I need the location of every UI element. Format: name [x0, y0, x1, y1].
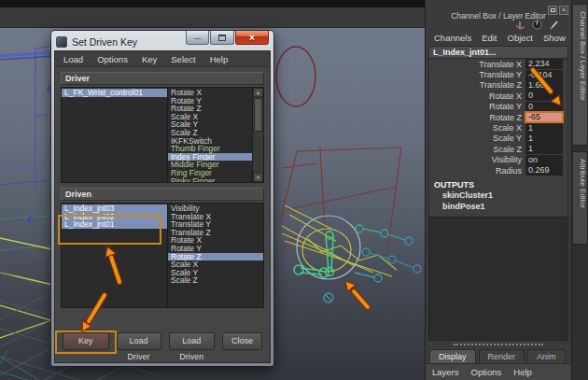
list-item[interactable]: Scale Y [168, 120, 252, 129]
scrollbar[interactable]: ▲ ▼ [252, 88, 263, 182]
menu-load[interactable]: Load [63, 54, 83, 64]
driven-section-header: Driven [61, 188, 264, 201]
channel-value[interactable]: 1 [525, 144, 563, 154]
channel-row: Rotate Y0 [429, 102, 567, 112]
list-item[interactable]: Rotate Y [168, 97, 252, 106]
channel-value[interactable]: 0.269 [525, 165, 563, 176]
menu-options[interactable]: Options [97, 54, 128, 64]
layer-editor-area[interactable] [428, 217, 568, 341]
channel-value-rotate-z[interactable]: -65 [525, 112, 563, 122]
list-item[interactable]: Translate Y [168, 220, 263, 229]
panel-grip-dots [454, 344, 543, 345]
list-item[interactable]: Scale Z [168, 129, 252, 137]
dialog-content: Load Options Key Select Help Driver L_FK… [54, 50, 271, 363]
load-driven-button[interactable]: Load Driven [169, 332, 216, 350]
maya-toolbar-strip[interactable] [0, 7, 425, 28]
dock-panel-icon[interactable] [548, 6, 557, 15]
tab-attribute-editor[interactable]: Attribute Editor [573, 151, 588, 245]
channel-value[interactable]: -0.104 [525, 70, 563, 80]
list-item[interactable]: Scale X [168, 113, 252, 121]
outputs-header: OUTPUTS [434, 180, 567, 190]
dialog-buttons: Key Load Driver Load Driven Close [61, 332, 264, 350]
driver-section-header: Driver [61, 72, 264, 85]
channel-row: Radius0.269 [429, 165, 567, 176]
close-panel-icon[interactable]: × [559, 6, 568, 15]
list-item[interactable]: Scale X [168, 260, 263, 269]
list-item[interactable]: Middle Finger [168, 161, 252, 169]
channel-value[interactable]: 0 [525, 102, 563, 112]
driver-object-list[interactable]: L_FK_Wrist_control01 [62, 88, 168, 182]
driver-lists: L_FK_Wrist_control01 Rotate X Rotate Y R… [61, 87, 264, 183]
speed-control-icon[interactable] [532, 20, 542, 30]
channel-value[interactable]: 1 [525, 123, 563, 134]
channel-value[interactable]: 0 [525, 91, 563, 101]
channel-box-menubar: Channels Edit Object Show [426, 31, 571, 45]
list-item[interactable]: Visibility [168, 204, 263, 213]
channel-row: Visibilityon [429, 155, 567, 165]
menu-object[interactable]: Object [508, 33, 533, 43]
menu-edit[interactable]: Edit [482, 33, 497, 43]
channel-row-highlighted: Rotate Z-65 [429, 112, 567, 122]
list-item[interactable]: Thumb Finger [168, 145, 252, 153]
close-button[interactable]: × [235, 31, 269, 45]
curve-label-c3: C [27, 215, 34, 224]
selected-object-name[interactable]: L_Index_jnt01... [429, 47, 567, 59]
list-item[interactable]: Rotate X [168, 236, 263, 245]
list-item[interactable]: Pinky Finger [168, 177, 252, 182]
menu-select[interactable]: Select [171, 54, 195, 64]
tab-display[interactable]: Display [429, 349, 476, 363]
list-item-selected[interactable]: L_Index_jnt01 [62, 220, 167, 229]
minimize-button[interactable]: — [186, 31, 209, 45]
tab-render[interactable]: Render [479, 349, 525, 363]
scroll-up-icon[interactable]: ▲ [253, 88, 263, 97]
load-driver-button[interactable]: Load Driver [117, 332, 161, 350]
list-item-selected[interactable]: L_Index_jnt03 [62, 204, 167, 213]
menu-help[interactable]: Help [513, 367, 532, 377]
channel-box-panel: Channel Box / Layer Editor × Channels [425, 0, 571, 380]
list-item[interactable]: Scale Z [168, 276, 263, 285]
list-item[interactable]: Translate X [168, 213, 263, 221]
output-node[interactable]: skinCluster1 [434, 190, 567, 201]
panel-title: Channel Box / Layer Editor [451, 11, 546, 21]
layer-editor-menubar: Layers Options Help [426, 363, 571, 380]
channel-value[interactable]: 1 [525, 134, 563, 144]
list-item[interactable]: IKFKSwitch [168, 137, 252, 146]
output-node[interactable]: bindPose1 [434, 201, 567, 212]
list-item[interactable]: Rotate Z [168, 105, 252, 113]
menu-key[interactable]: Key [142, 54, 157, 64]
channel-value[interactable]: 2.234 [525, 59, 563, 69]
panel-tab-strip: Channel Box / Layer Editor Attribute Edi… [571, 0, 588, 380]
dialog-title: Set Driven Key [67, 36, 137, 48]
menu-channels[interactable]: Channels [434, 33, 471, 43]
close-dialog-button[interactable]: Close [222, 332, 262, 350]
channel-value[interactable]: 1.66 [525, 80, 563, 91]
list-item[interactable]: Rotate Y [168, 245, 263, 253]
channel-value[interactable]: on [525, 155, 563, 165]
driver-attribute-list[interactable]: Rotate X Rotate Y Rotate Z Scale X Scale… [168, 88, 263, 182]
maya-application-window: C C C [0, 0, 588, 380]
pen-edit-icon[interactable] [549, 20, 560, 30]
driven-object-list[interactable]: L_Index_jnt03 L_Index_jnt02 L_Index_jnt0… [62, 204, 168, 307]
scroll-down-icon[interactable]: ▼ [253, 173, 263, 182]
maximize-button[interactable] [210, 31, 234, 45]
scrollbar-thumb[interactable] [254, 98, 262, 132]
manipulator-axis-icon[interactable] [515, 20, 525, 30]
menu-show[interactable]: Show [543, 33, 566, 43]
dialog-titlebar[interactable]: Set Driven Key — × [54, 33, 271, 50]
driven-attribute-list[interactable]: Visibility Translate X Translate Y Trans… [168, 204, 263, 307]
list-item[interactable]: Scale Y [168, 269, 263, 277]
tab-channel-box-layer-editor[interactable]: Channel Box / Layer Editor [573, 4, 588, 146]
menu-options[interactable]: Options [471, 367, 502, 377]
list-item-selected[interactable]: Rotate Z [168, 253, 263, 261]
menu-help[interactable]: Help [210, 54, 229, 64]
list-item[interactable]: Ring Finger [168, 169, 252, 177]
list-item[interactable]: Rotate X [168, 89, 252, 97]
channel-list: L_Index_jnt01... Translate X2.234 Transl… [428, 46, 568, 218]
key-button[interactable]: Key [63, 332, 109, 350]
list-item[interactable]: Translate Z [168, 229, 263, 237]
list-item[interactable]: L_FK_Wrist_control01 [62, 89, 167, 97]
menu-layers[interactable]: Layers [432, 367, 459, 377]
tab-anim[interactable]: Anim [527, 349, 566, 363]
list-item-selected[interactable]: L_Index_jnt02 [62, 213, 167, 221]
list-item-selected[interactable]: Index Finger [168, 153, 252, 162]
